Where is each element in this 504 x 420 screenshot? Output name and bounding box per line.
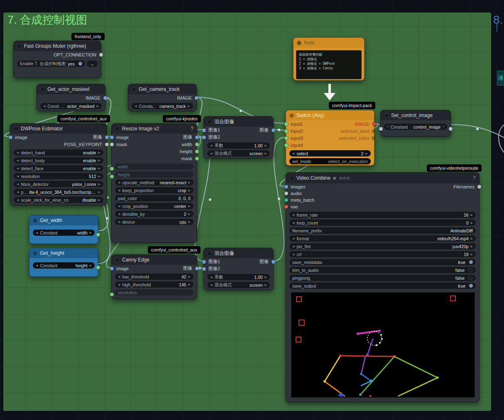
node-header[interactable]: Note	[294, 38, 364, 48]
input-slot[interactable]	[379, 127, 383, 131]
input-slot-audio[interactable]	[284, 192, 288, 195]
decrement-icon[interactable]	[210, 142, 212, 149]
increment-icon[interactable]	[265, 282, 267, 288]
factor-number[interactable]: 系数1.00	[207, 142, 270, 149]
format-combo[interactable]: formatvideo/h264-mp4	[289, 235, 476, 242]
detect-body-combo[interactable]: detect_bodyenable	[14, 157, 103, 164]
toggle-knob[interactable]	[469, 260, 473, 264]
input-slot-vae[interactable]	[284, 205, 288, 209]
decrement-icon[interactable]	[118, 281, 120, 288]
increment-icon[interactable]	[188, 211, 191, 217]
decrement-icon[interactable]	[36, 262, 38, 269]
input-slot-image1[interactable]	[202, 260, 206, 264]
toggle-knob[interactable]	[468, 268, 473, 272]
device-combo[interactable]: devicecpu	[115, 219, 193, 225]
toggle-knob[interactable]	[78, 62, 82, 66]
input-slot-image[interactable]	[110, 135, 114, 139]
decrement-icon[interactable]	[118, 203, 120, 209]
crop-position-combo[interactable]: crop_positioncenter	[115, 203, 193, 209]
increment-icon[interactable]	[90, 262, 92, 269]
increment-icon[interactable]	[98, 173, 100, 179]
node-header[interactable]: Set_control_image	[381, 110, 450, 120]
upscale-method-combo[interactable]: upscale_methodnearest-exact	[115, 179, 193, 186]
decrement-icon[interactable]	[118, 273, 120, 280]
collapse-dot[interactable]	[297, 41, 301, 45]
badge-icons[interactable]: ◎◎◎	[339, 176, 350, 180]
input-slot-width[interactable]	[110, 167, 114, 171]
decrement-icon[interactable]	[292, 243, 294, 249]
help-icon[interactable]: ?	[473, 175, 476, 181]
users-icon[interactable]: ◉	[333, 176, 337, 180]
collapse-dot[interactable]	[115, 127, 120, 131]
decrement-icon[interactable]	[118, 219, 120, 225]
increment-icon[interactable]	[366, 150, 368, 156]
node-dwpose-estimator[interactable]: DWPose Estimator image 图像 POSE_KEYPOINT …	[10, 123, 107, 205]
node-image-blend-2[interactable]: 混合图像 图像1 图像 图像2 系数1.00 混合模式screen	[203, 248, 274, 290]
increment-icon[interactable]	[98, 157, 100, 164]
trim-to-audio-toggle[interactable]: trim_to_audiofalse	[289, 267, 476, 273]
output-slot-image[interactable]	[103, 96, 107, 100]
fast-forward-button[interactable]: →	[87, 61, 98, 67]
decrement-icon[interactable]	[17, 157, 19, 164]
increment-icon[interactable]	[471, 220, 473, 226]
node-header[interactable]: Resize Image v2?	[112, 124, 197, 134]
detect-face-combo[interactable]: detect_faceenable	[14, 165, 103, 171]
pose-estimator-combo[interactable]: p...dw-ll_ucoco_384_bs5.torchscript.pt	[14, 189, 103, 195]
node-get-camera-track[interactable]: Get_camera_track IMAGE Consta... camera_…	[128, 84, 197, 111]
output-slot-mask[interactable]	[195, 156, 199, 160]
collapse-dot[interactable]	[40, 87, 45, 92]
constant-field[interactable]: * Constant control_image *	[384, 124, 447, 130]
increment-icon[interactable]	[265, 274, 267, 280]
increment-icon[interactable]	[97, 103, 99, 109]
output-slot-image[interactable]	[272, 128, 275, 132]
input-slot-image2[interactable]	[202, 135, 206, 139]
factor-number[interactable]: 系数1.00	[207, 274, 270, 280]
collapse-dot[interactable]	[207, 251, 212, 256]
node-header[interactable]: Video Combine ◉ ◎◎◎ ?	[286, 173, 479, 183]
input-slot-image[interactable]	[110, 266, 114, 270]
increment-icon[interactable]	[188, 187, 191, 193]
input-slot-image1[interactable]	[202, 128, 206, 132]
blend-mode-combo[interactable]: 混合模式screen	[207, 150, 270, 156]
resolution-converted-input[interactable]: resolution	[115, 289, 193, 295]
increment-icon[interactable]	[98, 149, 100, 156]
decrement-icon[interactable]	[135, 103, 137, 109]
collapse-dot[interactable]	[207, 120, 212, 124]
crf-number[interactable]: crf19	[289, 251, 476, 257]
output-slot-image[interactable]	[105, 135, 109, 139]
increment-icon[interactable]	[471, 251, 473, 257]
decrement-icon[interactable]	[17, 173, 19, 179]
node-header[interactable]: Get_width	[29, 215, 98, 225]
node-set-control-image[interactable]: Set_control_image * Constant control_ima…	[380, 110, 451, 137]
output-slot-height[interactable]	[96, 266, 100, 269]
output-slot-image[interactable]	[272, 260, 275, 264]
node-note[interactable]: Note 请选择所需功能 1 = 连接点 2 = 连接点 + DWPose 3 …	[293, 37, 365, 81]
output-slot-pose-keypoint[interactable]	[105, 142, 109, 146]
decrement-icon[interactable]	[292, 235, 294, 242]
node-header[interactable]: 混合图像	[204, 248, 273, 258]
sel-mode-combo[interactable]: sel_modeselect_on_execution	[289, 158, 371, 164]
increment-icon[interactable]	[188, 219, 191, 225]
collapse-dot[interactable]	[289, 113, 294, 118]
decrement-icon[interactable]	[118, 187, 120, 193]
node-canny-edge[interactable]: Canny Edge image 图像 low_threshold42 high…	[111, 254, 197, 299]
output-slot-selected-label[interactable]	[372, 129, 376, 133]
node-image-blend-1[interactable]: 混合图像 图像1 图像 图像2 系数1.00 混合模式screen	[203, 116, 274, 159]
node-header[interactable]: Canny Edge	[112, 255, 197, 265]
constant-combo[interactable]: Constant height	[33, 262, 95, 269]
collapse-dot[interactable]	[17, 44, 22, 49]
node-header[interactable]: 混合图像	[204, 117, 273, 127]
node-switch-any[interactable]: Switch (Any) input1 IMAGE input2 selecte…	[286, 110, 374, 166]
decrement-icon[interactable]	[43, 103, 45, 109]
decrement-icon[interactable]	[17, 165, 19, 171]
input-slot-images[interactable]	[284, 185, 288, 189]
collapse-dot[interactable]	[132, 87, 136, 92]
save-metadata-toggle[interactable]: save_metadatatrue	[289, 259, 476, 265]
enable-group-toggle[interactable]: Enable 7. 合成控制视图 yes	[17, 61, 85, 67]
decrement-icon[interactable]	[292, 212, 294, 218]
toggle-knob[interactable]	[469, 284, 473, 288]
decrement-icon[interactable]	[210, 274, 212, 280]
collapse-dot[interactable]	[33, 218, 37, 223]
increment-icon[interactable]	[265, 150, 267, 156]
input-slot-input1[interactable]	[284, 122, 288, 126]
